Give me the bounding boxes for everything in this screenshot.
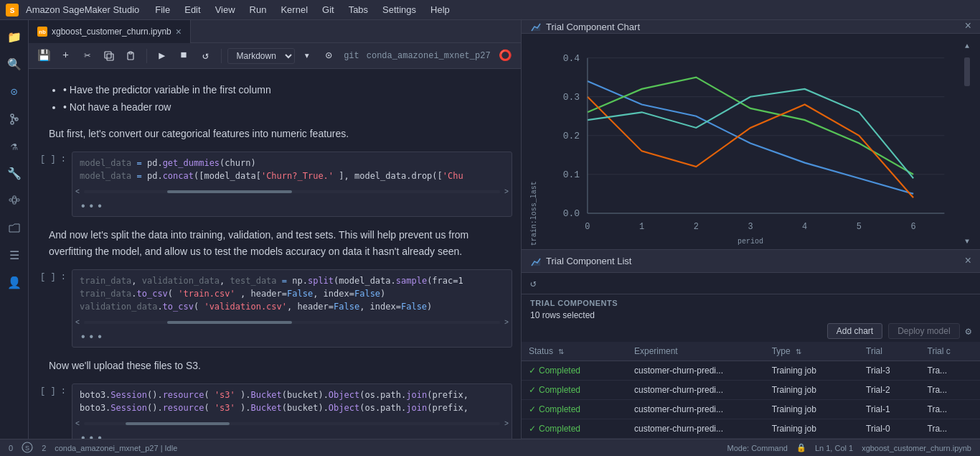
sidebar-icon-folder[interactable]: 📁 — [3, 26, 26, 49]
check-icon-1: ✓ — [529, 366, 536, 376]
svg-point-3 — [11, 121, 14, 124]
trial-components-label: TRIAL COMPONENTS — [530, 299, 971, 307]
save-button[interactable]: 💾 — [34, 46, 53, 66]
trial-table[interactable]: Status ⇅ Experiment Type ⇅ — [522, 342, 980, 447]
chart-scrollbar[interactable]: ▲ ▼ — [963, 42, 971, 246]
menu-file[interactable]: File — [149, 3, 176, 17]
sidebar-icon-wrench[interactable]: 🔧 — [3, 162, 26, 185]
row4-trial: Trial-0 — [859, 419, 920, 439]
kernel-status-icon[interactable]: ⭕ — [496, 46, 515, 66]
sidebar-icon-git[interactable] — [3, 108, 26, 131]
toolbar-divider1 — [146, 49, 147, 63]
svg-line-11 — [12, 197, 13, 200]
deploy-model-button[interactable]: Deploy model — [888, 323, 959, 339]
markdown-cell-3: And now let's split the data into traini… — [37, 223, 512, 264]
add-cell-button[interactable]: + — [56, 46, 75, 66]
sidebar-icon-list[interactable]: ☰ — [3, 244, 26, 267]
paste-button[interactable] — [121, 46, 140, 66]
table-row[interactable]: ✓ Completed customer-churn-predi... Trai… — [522, 361, 980, 381]
row3-experiment: customer-churn-predi... — [627, 400, 765, 419]
menu-edit[interactable]: Edit — [179, 3, 206, 17]
app-title: Amazon SageMaker Studio — [26, 4, 139, 15]
svg-rect-9 — [13, 202, 16, 204]
svg-rect-7 — [9, 199, 12, 201]
cell-scroll-right[interactable]: > — [504, 188, 509, 196]
cell3-scroll-left[interactable]: < — [75, 420, 80, 428]
toolbar-time[interactable]: ⊙ — [319, 46, 338, 66]
restart-button[interactable]: ↺ — [196, 46, 215, 66]
row2-experiment: customer-churn-predi... — [627, 381, 765, 400]
cell3-scroll-right[interactable]: > — [504, 420, 509, 428]
tab-close-button[interactable]: × — [176, 26, 182, 37]
sidebar-icon-circle[interactable]: ⊙ — [3, 80, 26, 103]
toolbar-dropdown[interactable]: ▾ — [298, 46, 316, 66]
menu-run[interactable]: Run — [244, 3, 273, 17]
svg-text:3: 3 — [748, 222, 753, 232]
refresh-button[interactable]: ↺ — [530, 277, 536, 289]
cell2-scroll-left[interactable]: < — [75, 319, 80, 327]
col-trial[interactable]: Trial — [859, 342, 920, 361]
svg-text:6: 6 — [911, 222, 916, 232]
row3-trial: Trial-1 — [859, 400, 920, 419]
sidebar-icon-user[interactable]: 👤 — [3, 271, 26, 294]
row3-type: Training job — [765, 400, 859, 419]
menu-kernel[interactable]: Kernel — [275, 3, 314, 17]
notebook-tab[interactable]: nb xgboost_customer_churn.ipynb × — [29, 20, 191, 43]
cell-content-1[interactable]: model_data = pd.get_dummies(churn) model… — [72, 152, 512, 217]
cell-prompt-2: [ ] : — [37, 269, 66, 282]
cell2-scroll-right[interactable]: > — [504, 319, 509, 327]
status-bar-right: Mode: Command 🔒 Ln 1, Col 1 xgboost_cust… — [727, 443, 971, 452]
row4-experiment: customer-churn-predi... — [627, 419, 765, 439]
row4-type: Training job — [765, 419, 859, 439]
cell-type-selector[interactable]: Markdown Code Raw — [227, 48, 295, 64]
list-settings-icon[interactable]: ⚙ — [966, 325, 971, 338]
row1-type: Training job — [765, 361, 859, 381]
notebook-content[interactable]: • Have the predictor variable in the fir… — [29, 69, 521, 456]
md-text-3: And now let's split the data into traini… — [49, 227, 512, 259]
notebook-toolbar: 💾 + ✂ ▶ ■ ↺ Markdown Cod — [29, 43, 521, 69]
col-status[interactable]: Status ⇅ — [522, 342, 627, 361]
md-text-4: Now we'll upload these files to S3. — [49, 358, 512, 373]
table-row[interactable]: ✓ Completed customer-churn-predi... Trai… — [522, 419, 980, 439]
add-chart-button[interactable]: Add chart — [827, 323, 882, 339]
svg-text:0.4: 0.4 — [563, 53, 580, 64]
list-close-button[interactable]: × — [964, 255, 971, 268]
mode-label: Mode: Command — [727, 444, 788, 452]
check-icon-4: ✓ — [529, 424, 536, 434]
run-button[interactable]: ▶ — [153, 46, 171, 66]
rows-selected: 10 rows selected — [522, 310, 980, 320]
sidebar-icon-lab[interactable]: ⚗ — [3, 135, 26, 158]
cell-code-2: train_data, validation_data, test_data =… — [72, 270, 512, 317]
cell-code-3: boto3.Session().resource( 's3' ).Bucket(… — [72, 384, 512, 419]
col-type[interactable]: Type ⇅ — [765, 342, 859, 361]
stop-button[interactable]: ■ — [174, 46, 193, 66]
menu-tabs[interactable]: Tabs — [343, 3, 374, 17]
svg-text:0: 0 — [585, 222, 590, 232]
col-trial-c[interactable]: Trial c — [920, 342, 980, 361]
table-row[interactable]: ✓ Completed customer-churn-predi... Trai… — [522, 400, 980, 419]
cell-dots-1: ••• — [72, 197, 512, 216]
cell-content-2[interactable]: train_data, validation_data, test_data =… — [72, 269, 512, 348]
col-experiment[interactable]: Experiment — [627, 342, 765, 361]
sidebar-icon-network[interactable] — [3, 190, 26, 213]
menu-settings[interactable]: Settings — [377, 3, 422, 17]
chart-close-button[interactable]: × — [964, 20, 971, 33]
menu-view[interactable]: View — [209, 3, 241, 17]
tab-bar: nb xgboost_customer_churn.ipynb × — [29, 20, 521, 43]
code-cell-2: [ ] : train_data, validation_data, test_… — [37, 269, 512, 348]
s-label: S — [22, 442, 33, 455]
svg-rect-18 — [105, 52, 111, 58]
table-row[interactable]: ✓ Completed customer-churn-predi... Trai… — [522, 381, 980, 400]
menu-bar: S Amazon SageMaker Studio File Edit View… — [0, 0, 980, 20]
cut-button[interactable]: ✂ — [78, 46, 97, 66]
cell-scroll-left[interactable]: < — [75, 188, 80, 196]
row4-status: ✓ Completed — [522, 419, 627, 439]
svg-text:0.1: 0.1 — [563, 169, 580, 180]
menu-help[interactable]: Help — [425, 3, 456, 17]
sidebar-icon-folder2[interactable] — [3, 217, 26, 240]
sidebar-icon-search[interactable]: 🔍 — [3, 53, 26, 76]
markdown-cell-2: But first, let's convert our categorical… — [37, 121, 512, 146]
copy-button[interactable] — [100, 46, 118, 66]
md-item-1: • Have the predictor variable in the fir… — [63, 82, 512, 98]
menu-git[interactable]: Git — [316, 3, 340, 17]
